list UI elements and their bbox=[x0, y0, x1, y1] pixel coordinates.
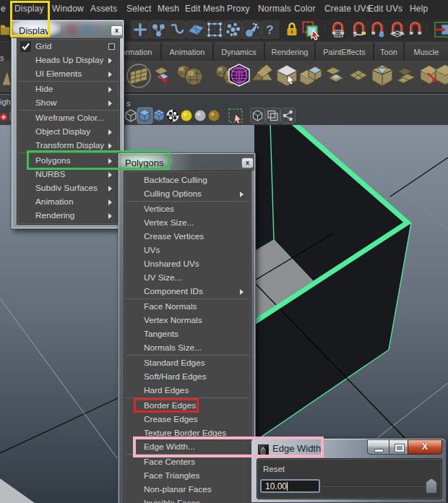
svg-text:?: ? bbox=[266, 23, 273, 37]
svg-text:s: s bbox=[0, 53, 4, 62]
